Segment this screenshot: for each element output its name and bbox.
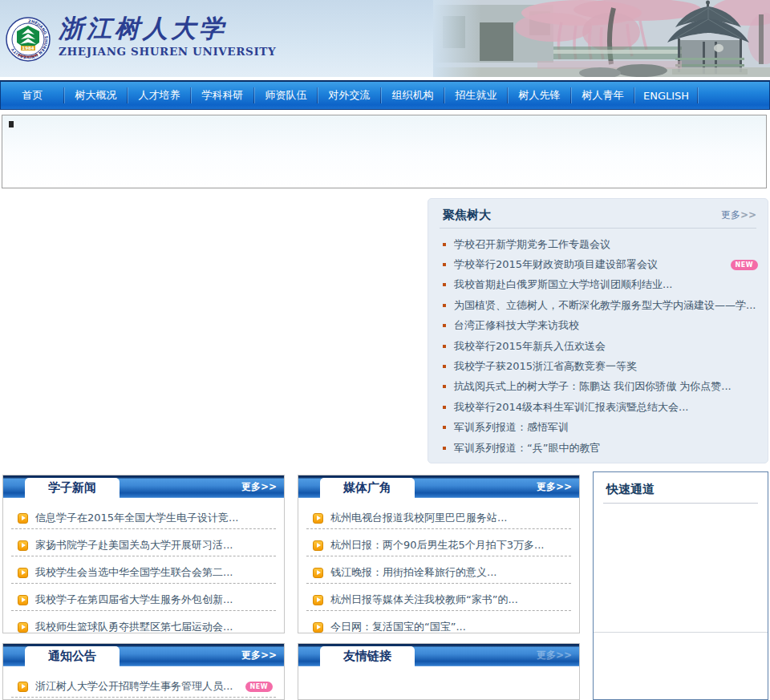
- arrow-play-icon: [313, 540, 323, 551]
- bullet-icon: [443, 243, 446, 246]
- arrow-play-icon: [313, 513, 323, 524]
- news-item[interactable]: 军训系列报道：感悟军训: [428, 418, 768, 438]
- banner-area: [2, 115, 767, 188]
- news-item[interactable]: 学校召开新学期党务工作专题会议: [428, 234, 768, 254]
- broken-image-icon: [9, 121, 14, 127]
- media-panel: 媒体广角 更多>> 杭州电视台报道我校阿里巴巴服务站... 杭州日报：两个90后…: [298, 475, 580, 633]
- university-logo: ZHEJIANG SHUREN UNIVERSITY 1984: [6, 17, 51, 62]
- university-name-cn: 浙江树人大学: [59, 14, 276, 42]
- garden-photo: [433, 0, 770, 77]
- news-item[interactable]: 我校举行2015年新兵入伍欢送会: [428, 336, 768, 356]
- news-item[interactable]: 我校学子获2015浙江省高数竞赛一等奖: [428, 356, 768, 376]
- new-badge: NEW: [731, 260, 758, 270]
- focus-more-link[interactable]: 更多>>: [721, 208, 756, 222]
- news-item[interactable]: 我校学子在第四届省大学生服务外包创新...: [3, 586, 284, 613]
- arrow-play-icon: [313, 568, 323, 578]
- arrow-play-icon: [18, 568, 28, 578]
- divider: [603, 503, 758, 504]
- news-item[interactable]: 抗战阅兵式上的树大学子：陈鹏达 我们因你骄傲 为你点赞...: [428, 377, 768, 397]
- news-item[interactable]: 今日网：复活国宝的“国宝”...: [298, 613, 579, 633]
- news-item[interactable]: 钱江晚报：用街拍诠释旅行的意义...: [298, 559, 579, 586]
- bullet-icon: [443, 385, 446, 388]
- bullet-icon: [443, 263, 446, 266]
- panel-tab: 学子新闻: [25, 478, 120, 498]
- arrow-play-icon: [313, 622, 323, 633]
- panel-header: 媒体广角 更多>>: [298, 475, 579, 498]
- logo-year: 1984: [22, 46, 34, 51]
- arrow-play-icon: [18, 595, 28, 605]
- new-badge: NEW: [245, 682, 273, 692]
- news-item[interactable]: 杭州电视台报道我校阿里巴巴服务站...: [298, 504, 579, 532]
- notices-panel: 通知公告 更多>> 浙江树人大学公开招聘学生事务管理人员... NEW: [2, 643, 285, 700]
- media-news-list: 杭州电视台报道我校阿里巴巴服务站... 杭州日报：两个90后男生花5个月拍下3万…: [298, 498, 579, 633]
- nav-item[interactable]: 人才培养: [128, 82, 191, 109]
- news-item[interactable]: 信息学子在2015年全国大学生电子设计竞...: [3, 504, 284, 532]
- focus-title: 聚焦树大: [443, 208, 491, 223]
- focus-news-list: 学校召开新学期党务工作专题会议 学校举行2015年财政资助项目建设部署会议 NE…: [428, 229, 768, 458]
- news-item[interactable]: 家扬书院学子赴美国关岛大学开展研习活...: [3, 532, 284, 559]
- bullet-icon: [443, 345, 446, 348]
- media-more-link[interactable]: 更多>>: [537, 475, 572, 498]
- bullet-icon: [443, 324, 446, 327]
- nav-item[interactable]: ENGLISH: [634, 82, 698, 109]
- bullet-icon: [443, 283, 446, 286]
- panel-tab: 通知公告: [25, 646, 120, 666]
- news-item[interactable]: 为国植贤、立德树人，不断深化教学服务型大学内涵建设——学...: [428, 295, 768, 315]
- arrow-play-icon: [18, 540, 28, 551]
- nav-item[interactable]: 树大概况: [64, 82, 128, 109]
- bullet-icon: [443, 304, 446, 307]
- quick-channel-panel: 快速通道: [593, 471, 768, 700]
- links-more-link[interactable]: 更多>>: [537, 644, 572, 666]
- news-item[interactable]: 浙江树人大学公开招聘学生事务管理人员... NEW: [3, 673, 284, 700]
- student-news-more-link[interactable]: 更多>>: [241, 475, 277, 498]
- site-header: ZHEJIANG SHUREN UNIVERSITY 1984 浙江树人大学 Z…: [0, 0, 770, 77]
- arrow-play-icon: [18, 682, 28, 692]
- arrow-play-icon: [18, 622, 28, 633]
- news-item[interactable]: 杭州日报：两个90后男生花5个月拍下3万多...: [298, 532, 579, 559]
- nav-item[interactable]: 组织机构: [381, 82, 444, 109]
- bullet-icon: [443, 406, 446, 409]
- panel-header: 通知公告 更多>>: [3, 644, 284, 666]
- nav-item[interactable]: 树人先锋: [508, 82, 571, 109]
- panel-header: 友情链接 更多>>: [298, 644, 579, 666]
- news-item[interactable]: 杭州日报等媒体关注我校教师“家书”的...: [298, 586, 579, 613]
- university-name-en: ZHEJIANG SHUREN UNIVERSITY: [59, 45, 276, 58]
- notices-list: 浙江树人大学公开招聘学生事务管理人员... NEW: [3, 666, 284, 700]
- main-nav: 首页 树大概况 人才培养 学科科研 师资队伍 对外交流 组织机构 招生就业 树人…: [0, 80, 770, 110]
- news-item[interactable]: 军训系列报道：“兵”眼中的教官: [428, 438, 768, 458]
- news-item[interactable]: 我校师生篮球队勇夺拱墅区第七届运动会...: [3, 613, 284, 633]
- news-item[interactable]: 学校举行2015年财政资助项目建设部署会议 NEW: [428, 254, 768, 274]
- news-item[interactable]: 我校学生会当选中华全国学生联合会第二...: [3, 559, 284, 586]
- arrow-play-icon: [18, 513, 28, 524]
- nav-item[interactable]: 首页: [1, 82, 64, 109]
- quick-channel-title: 快速通道: [594, 472, 768, 497]
- student-news-panel: 学子新闻 更多>> 信息学子在2015年全国大学生电子设计竞... 家扬书院学子…: [2, 475, 285, 633]
- notices-more-link[interactable]: 更多>>: [241, 644, 277, 666]
- news-item[interactable]: 我校举行2014级本科生军训汇报表演暨总结大会...: [428, 397, 768, 417]
- student-news-list: 信息学子在2015年全国大学生电子设计竞... 家扬书院学子赴美国关岛大学开展研…: [3, 498, 284, 633]
- arrow-play-icon: [313, 595, 323, 605]
- bullet-icon: [443, 426, 446, 429]
- news-item[interactable]: 台湾正修科技大学来访我校: [428, 316, 768, 336]
- nav-item[interactable]: 师资队伍: [254, 82, 318, 109]
- bullet-icon: [443, 447, 446, 450]
- nav-item[interactable]: 学科科研: [191, 82, 254, 109]
- friendly-links-panel: 友情链接 更多>>: [298, 643, 580, 700]
- brand-block: 浙江树人大学 ZHEJIANG SHUREN UNIVERSITY: [59, 14, 276, 58]
- nav-item[interactable]: 对外交流: [318, 82, 381, 109]
- nav-item[interactable]: 树人青年: [571, 82, 634, 109]
- focus-panel: 聚焦树大 更多>> 学校召开新学期党务工作专题会议 学校举行2015年财政资助项…: [428, 198, 768, 463]
- panel-tab: 媒体广角: [320, 478, 415, 498]
- panel-tab: 友情链接: [320, 646, 415, 666]
- panel-header: 学子新闻 更多>>: [3, 475, 284, 498]
- bullet-icon: [443, 365, 446, 368]
- nav-item[interactable]: 招生就业: [444, 82, 508, 109]
- divider: [594, 632, 768, 633]
- news-item[interactable]: 我校首期赴白俄罗斯国立大学培训团顺利结业...: [428, 275, 768, 295]
